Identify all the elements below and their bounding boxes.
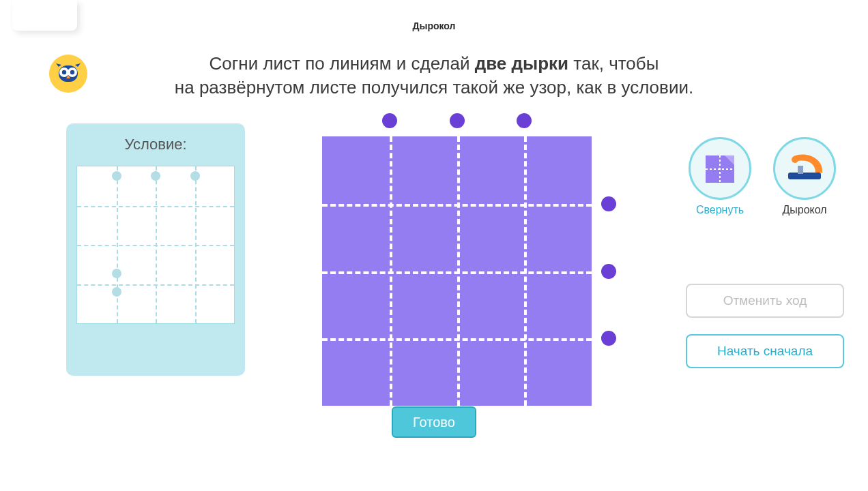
svg-point-3 (62, 70, 66, 74)
condition-dot (112, 287, 121, 297)
sheet-workspace[interactable] (322, 109, 616, 402)
fold-tool[interactable]: Свернуть (687, 137, 753, 216)
condition-label: Условие: (76, 136, 235, 153)
punch-tool-label: Дырокол (772, 204, 837, 216)
condition-card: Условие: (66, 123, 245, 376)
condition-dot (190, 171, 200, 181)
fold-handle-dot[interactable] (601, 264, 616, 279)
fold-handle-dot[interactable] (601, 331, 616, 346)
punch-tool[interactable]: Дырокол (772, 137, 837, 216)
svg-rect-10 (788, 173, 821, 179)
tools-panel: Свернуть Дырокол (680, 137, 844, 216)
fold-tool-label: Свернуть (687, 204, 753, 216)
restart-button[interactable]: Начать сначала (686, 334, 844, 368)
condition-dot (112, 171, 121, 181)
foldable-sheet[interactable] (322, 136, 592, 406)
fold-handle-dot[interactable] (601, 196, 616, 211)
hole-punch-icon[interactable] (773, 137, 836, 200)
condition-dot (112, 269, 121, 278)
fold-handle-dot[interactable] (382, 113, 397, 128)
ready-button[interactable]: Готово (392, 406, 476, 438)
fold-icon[interactable] (689, 137, 751, 200)
active-tab-corner (12, 0, 77, 31)
svg-rect-12 (798, 166, 803, 174)
condition-grid (76, 166, 235, 324)
fold-handle-dot[interactable] (517, 113, 532, 128)
undo-button: Отменить ход (686, 284, 844, 318)
instructions-text: Согни лист по линиям и сделай две дырки … (106, 52, 762, 100)
fold-handle-dot[interactable] (450, 113, 465, 128)
condition-dot (151, 171, 160, 181)
page-title: Дырокол (0, 0, 868, 31)
owl-mascot-icon (49, 55, 87, 93)
svg-point-11 (792, 156, 798, 163)
svg-point-4 (70, 70, 74, 74)
